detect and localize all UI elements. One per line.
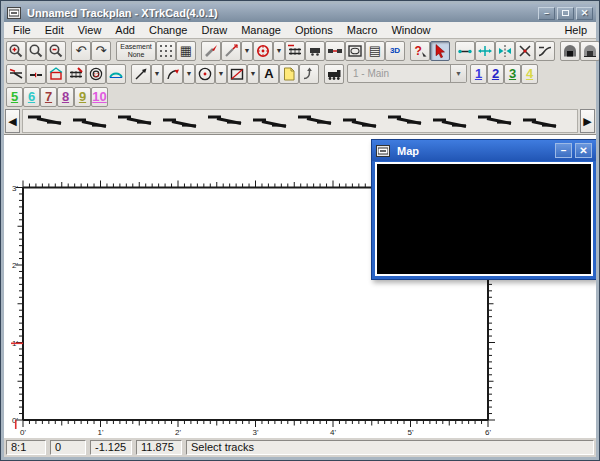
draw-text-button[interactable]: A xyxy=(259,64,279,84)
tunnel-button[interactable] xyxy=(560,41,580,61)
menu-change[interactable]: Change xyxy=(142,23,195,37)
layer-6-button[interactable]: 6 xyxy=(23,87,40,107)
turntable-icon xyxy=(108,66,124,82)
structure-button[interactable] xyxy=(46,64,66,84)
toolbar-row-1: ↶↷EasementNone▦▼▼▤3D? xyxy=(4,39,596,62)
layer-5-button[interactable]: 5 xyxy=(6,87,23,107)
layer-2-button[interactable]: 2 xyxy=(487,64,504,84)
draw-line-dropdown[interactable]: ▼ xyxy=(151,64,163,84)
helix-track-button[interactable]: 12 xyxy=(86,64,106,84)
zoom-normal-button[interactable] xyxy=(26,41,46,61)
map-viewport[interactable] xyxy=(375,162,593,276)
layer-3-button[interactable]: 3 xyxy=(504,64,521,84)
drawing-canvas[interactable]: 0'1'2'3'4'5'6'0'1'2'3' Map – ✕ xyxy=(4,135,596,438)
layer-7-button[interactable]: 7 xyxy=(40,87,57,107)
layout-control-button[interactable] xyxy=(345,41,365,61)
car-inventory-button[interactable] xyxy=(305,41,325,61)
redo-button[interactable]: ↷ xyxy=(91,41,111,61)
palette-scroll-right-icon[interactable]: ▶ xyxy=(580,109,595,133)
layer-9-button[interactable]: 9 xyxy=(74,87,91,107)
profile-button[interactable] xyxy=(253,41,273,61)
misc-select-button[interactable] xyxy=(299,64,319,84)
turnout-preview[interactable] xyxy=(162,113,198,129)
snap-grid-show-icon: ▦ xyxy=(180,44,192,57)
menu-view[interactable]: View xyxy=(71,23,109,37)
map-window[interactable]: Map – ✕ xyxy=(371,139,596,280)
map-close-icon[interactable]: ✕ xyxy=(575,143,592,158)
turnout-button[interactable] xyxy=(6,64,26,84)
join-track-button[interactable] xyxy=(535,41,555,61)
menu-draw[interactable]: Draw xyxy=(194,23,234,37)
parts-list-button[interactable]: ▤ xyxy=(365,41,385,61)
modify-track-button[interactable] xyxy=(455,41,475,61)
menu-macro[interactable]: Macro xyxy=(340,23,385,37)
menu-window[interactable]: Window xyxy=(384,23,437,37)
layer-combo-dropdown-icon[interactable]: ▼ xyxy=(450,65,466,82)
zoom-in-button[interactable] xyxy=(6,41,26,61)
minimize-icon[interactable]: – xyxy=(538,7,555,20)
profile-dropdown[interactable]: ▼ xyxy=(273,41,285,61)
turnout-preview[interactable] xyxy=(252,113,288,129)
maximize-icon[interactable] xyxy=(557,7,574,20)
draw-circle-dropdown[interactable]: ▼ xyxy=(215,64,227,84)
layer-4-button[interactable]: 4 xyxy=(521,64,538,84)
run-trains-button[interactable] xyxy=(324,64,344,84)
draw-curve-button[interactable] xyxy=(163,64,183,84)
map-title-bar[interactable]: Map – ✕ xyxy=(372,140,596,161)
turnout-preview[interactable] xyxy=(387,113,423,129)
rotate-3d-button[interactable]: 3D xyxy=(385,41,405,61)
map-minimize-icon[interactable]: – xyxy=(555,143,572,158)
turnout-preview[interactable] xyxy=(522,113,558,129)
note-button[interactable] xyxy=(279,64,299,84)
menu-bar: FileEditViewAddChangeDrawManageOptionsMa… xyxy=(4,22,596,39)
turntable-button[interactable] xyxy=(106,64,126,84)
menu-manage[interactable]: Manage xyxy=(234,23,288,37)
describe-button[interactable]: ? xyxy=(410,41,430,61)
easement-button[interactable]: EasementNone xyxy=(116,41,156,61)
menu-file[interactable]: File xyxy=(6,23,38,37)
draw-curve-dropdown[interactable]: ▼ xyxy=(183,64,195,84)
measure-dropdown[interactable]: ▼ xyxy=(241,41,253,61)
bridge-button[interactable] xyxy=(580,41,600,61)
snap-grid-show-button[interactable]: ▦ xyxy=(176,41,196,61)
turnout-preview[interactable] xyxy=(207,113,243,129)
menu-options[interactable]: Options xyxy=(288,23,340,37)
undo-button[interactable]: ↶ xyxy=(71,41,91,61)
status-message: Select tracks xyxy=(186,440,594,455)
turnout-preview[interactable] xyxy=(297,113,333,129)
draw-line-button[interactable] xyxy=(131,64,151,84)
palette-scroll-left-icon[interactable]: ◀ xyxy=(5,109,20,133)
turnout-preview[interactable] xyxy=(342,113,378,129)
layer-10-button[interactable]: 10 xyxy=(91,87,108,107)
menu-help[interactable]: Help xyxy=(557,23,594,37)
select-button[interactable] xyxy=(430,41,450,61)
menu-add[interactable]: Add xyxy=(108,23,142,37)
layer-select[interactable]: 1 - Main▼ xyxy=(347,64,467,83)
change-elevation-button[interactable] xyxy=(285,41,305,61)
svg-text:?: ? xyxy=(415,44,422,58)
measure-button[interactable] xyxy=(221,41,241,61)
turnout-preview[interactable] xyxy=(432,113,468,129)
describe-icon: ? xyxy=(412,43,428,59)
layer-8-button[interactable]: 8 xyxy=(57,87,74,107)
flip-track-button[interactable] xyxy=(495,41,515,61)
snap-grid-enable-button[interactable] xyxy=(156,41,176,61)
turnout-preview[interactable] xyxy=(72,113,108,129)
turnout-preview[interactable] xyxy=(27,113,63,129)
layer-1-button[interactable]: 1 xyxy=(470,64,487,84)
menu-edit[interactable]: Edit xyxy=(38,23,71,37)
turnout-palette: ◀ ▶ xyxy=(4,108,596,135)
draw-shape-button[interactable] xyxy=(227,64,247,84)
connect-cars-button[interactable] xyxy=(325,41,345,61)
create-ruler-button[interactable] xyxy=(201,41,221,61)
sectional-track-button[interactable] xyxy=(26,64,46,84)
turnout-preview[interactable] xyxy=(117,113,153,129)
close-icon[interactable]: ✕ xyxy=(576,7,593,20)
turnout-preview[interactable] xyxy=(477,113,513,129)
handlaid-turnout-button[interactable] xyxy=(66,64,86,84)
draw-shape-dropdown[interactable]: ▼ xyxy=(247,64,259,84)
split-track-button[interactable] xyxy=(515,41,535,61)
move-track-button[interactable] xyxy=(475,41,495,61)
draw-circle-button[interactable] xyxy=(195,64,215,84)
zoom-out-button[interactable] xyxy=(46,41,66,61)
